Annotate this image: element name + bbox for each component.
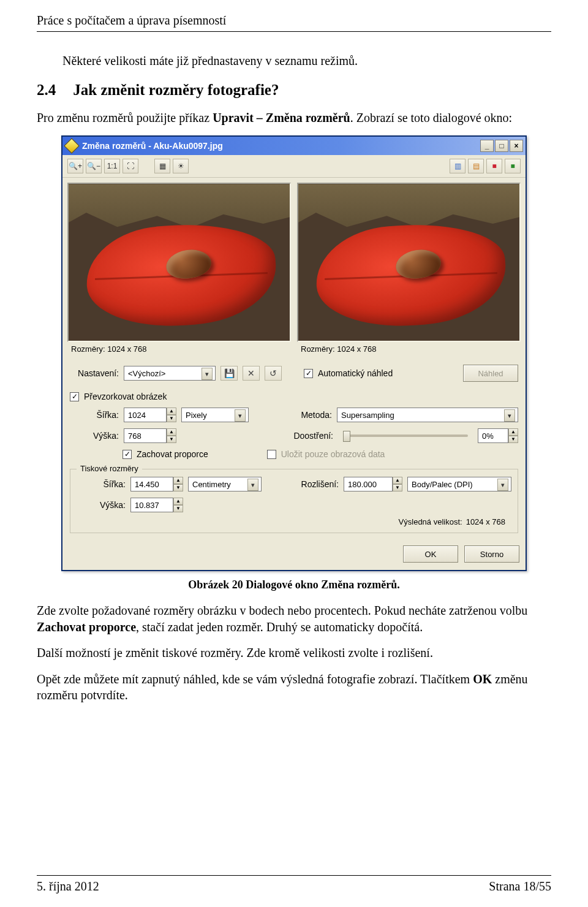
app-icon <box>64 139 79 154</box>
intro-paragraph: Některé velikosti máte již přednastaveny… <box>62 54 551 68</box>
paragraph-3: Další možností je změnit tiskové rozměry… <box>37 645 551 661</box>
print-width-label: Šířka: <box>77 479 126 489</box>
method-label: Metoda: <box>283 410 332 420</box>
settings-combo[interactable]: <Výchozí> <box>124 366 216 381</box>
preview-result-dims: Rozměry: 1024 x 768 <box>297 342 521 356</box>
figure-caption: Obrázek 20 Dialogové okno Změna rozměrů. <box>37 579 551 591</box>
delete-settings-icon[interactable]: ✕ <box>243 366 260 381</box>
page-footer: 5. října 2012 Strana 18/55 <box>37 875 551 894</box>
document-header-text: Práce s počítačem a úprava písemností <box>37 13 226 27</box>
result-size-value: 1024 x 768 <box>466 517 505 526</box>
section-heading: 2.4 Jak změnit rozměry fotografie? <box>37 82 551 99</box>
resolution-spinner[interactable]: 180.000 ▲▼ <box>344 477 402 491</box>
brightness-icon[interactable]: ☀ <box>173 159 189 173</box>
titlebar[interactable]: Změna rozměrů - Aku-Aku0097.jpg _ □ × <box>62 137 526 155</box>
compare-red-icon[interactable]: ■ <box>486 159 502 173</box>
sharpen-slider[interactable] <box>343 435 468 437</box>
compare-vertical-icon[interactable]: ▥ <box>450 159 466 173</box>
maximize-button[interactable]: □ <box>495 140 508 152</box>
zoom-fit-icon[interactable]: ⛶ <box>123 159 138 173</box>
thumbnail-icon[interactable]: ▦ <box>154 159 170 173</box>
spin-down-icon[interactable]: ▼ <box>167 436 176 443</box>
width-label: Šířka: <box>70 410 119 420</box>
minimize-button[interactable]: _ <box>480 140 494 152</box>
keep-ratio-label: Zachovat proporce <box>137 449 208 459</box>
preview-result-image[interactable] <box>297 183 521 342</box>
resample-label: Převzorkovat obrázek <box>84 392 167 401</box>
undo-settings-icon[interactable]: ↺ <box>265 366 282 381</box>
footer-page: Strana 18/55 <box>489 879 551 894</box>
print-height-spinner[interactable]: 10.837 ▲▼ <box>130 498 183 512</box>
zoom-out-icon[interactable]: 🔍− <box>86 159 102 173</box>
keep-ratio-row: ✓ Zachovat proporce Uložit pouze obrazov… <box>70 449 518 459</box>
resample-row: ✓ Převzorkovat obrázek <box>70 392 518 401</box>
auto-preview-label: Automatický náhled <box>318 368 393 378</box>
paragraph-2: Zde zvolte požadované rozměry obrázku v … <box>37 602 551 635</box>
close-button[interactable]: × <box>510 140 523 152</box>
result-size-label: Výsledná velikost: <box>399 517 462 526</box>
zoom-1to1-icon[interactable]: 1:1 <box>104 159 120 173</box>
height-row: Výška: 768 ▲▼ Doostření: 0% ▲▼ <box>70 428 518 443</box>
section-title: Jak změnit rozměry fotografie? <box>73 82 279 99</box>
resize-dialog: Změna rozměrů - Aku-Aku0097.jpg _ □ × 🔍+… <box>61 135 527 571</box>
preview-button[interactable]: Náhled <box>463 365 518 382</box>
sharpen-spinner[interactable]: 0% ▲▼ <box>478 428 518 443</box>
height-label: Výška: <box>70 431 119 441</box>
print-dims-legend: Tiskové rozměry <box>77 464 142 473</box>
save-only-data-label: Uložit pouze obrazová data <box>281 449 385 459</box>
preview-original-dims: Rozměry: 1024 x 768 <box>67 342 291 356</box>
compare-green-icon[interactable]: ■ <box>505 159 521 173</box>
footer-date: 5. října 2012 <box>37 879 99 894</box>
auto-preview-checkbox[interactable]: ✓ <box>304 369 313 378</box>
document-header: Práce s počítačem a úprava písemností <box>37 13 551 32</box>
spin-down-icon[interactable]: ▼ <box>167 415 176 422</box>
paragraph-4: Opět zde můžete mít zapnutý náhled, kde … <box>37 671 551 704</box>
height-spinner[interactable]: 768 ▲▼ <box>124 428 176 443</box>
print-width-spinner[interactable]: 14.450 ▲▼ <box>130 477 183 491</box>
print-unit-combo[interactable]: Centimetry <box>188 477 262 491</box>
keep-ratio-checkbox[interactable]: ✓ <box>123 450 132 459</box>
compare-horizontal-icon[interactable]: ▤ <box>468 159 484 173</box>
preview-original-image[interactable] <box>67 183 291 342</box>
settings-label: Nastavení: <box>70 368 119 378</box>
spin-up-icon[interactable]: ▲ <box>167 408 176 415</box>
save-only-data-checkbox[interactable] <box>267 450 276 459</box>
window-title: Změna rozměrů - Aku-Aku0097.jpg <box>82 141 480 151</box>
preview-original: Rozměry: 1024 x 768 <box>67 183 291 356</box>
width-unit-combo[interactable]: Pixely <box>181 408 249 422</box>
save-settings-icon[interactable]: 💾 <box>221 366 238 381</box>
cancel-button[interactable]: Storno <box>464 545 519 563</box>
section-number: 2.4 <box>37 82 56 99</box>
resolution-label: Rozlišení: <box>290 479 339 489</box>
width-row: Šířka: 1024 ▲▼ Pixely Metoda: Supersampl… <box>70 408 518 422</box>
spin-up-icon[interactable]: ▲ <box>167 428 176 436</box>
width-spinner[interactable]: 1024 ▲▼ <box>124 408 176 422</box>
sharpen-label: Doostření: <box>278 431 333 441</box>
settings-row: Nastavení: <Výchozí> 💾 ✕ ↺ ✓ Automatický… <box>70 365 518 382</box>
toolbar: 🔍+ 🔍− 1:1 ⛶ ▦ ☀ ▥ ▤ ■ ■ <box>62 155 526 178</box>
resolution-unit-combo[interactable]: Body/Palec (DPI) <box>407 477 511 491</box>
zoom-in-icon[interactable]: 🔍+ <box>67 159 83 173</box>
print-dims-fieldset: Tiskové rozměry Šířka: 14.450 ▲▼ Centime… <box>70 469 518 533</box>
paragraph-1: Pro změnu rozměrů použijte příkaz Upravi… <box>37 110 551 126</box>
resample-checkbox[interactable]: ✓ <box>70 392 79 401</box>
print-height-label: Výška: <box>77 500 126 510</box>
method-combo[interactable]: Supersampling <box>337 408 518 422</box>
ok-button[interactable]: OK <box>403 545 458 563</box>
preview-result: Rozměry: 1024 x 768 <box>297 183 521 356</box>
